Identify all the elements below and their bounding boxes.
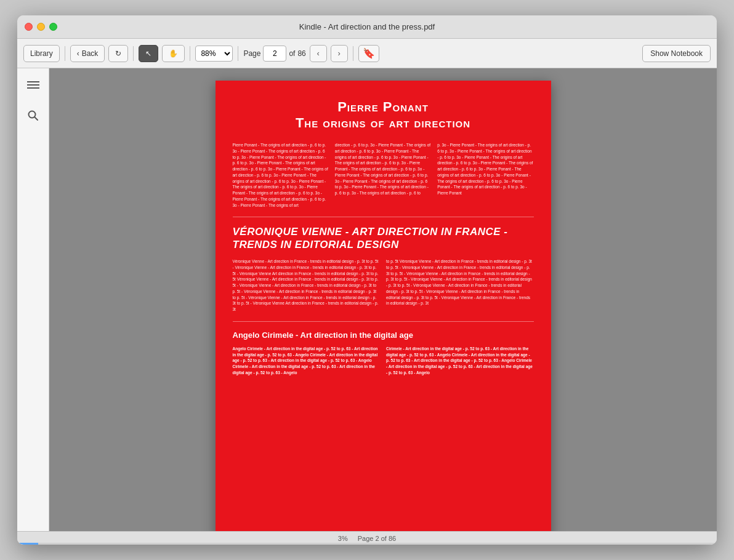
document-area[interactable]: Pierre Ponant The origins of art directi… — [49, 68, 717, 531]
of-label: of — [289, 49, 295, 58]
main-area: Pierre Ponant The origins of art directi… — [17, 68, 717, 531]
titlebar: Kindle - Art direction and the press.pdf — [17, 15, 717, 39]
close-button[interactable] — [25, 23, 33, 31]
scroll-progress — [17, 543, 38, 545]
refresh-button[interactable]: ↻ — [108, 45, 128, 62]
hand-tool-button[interactable]: ✋ — [162, 45, 185, 62]
back-button[interactable]: ‹ Back — [70, 45, 105, 62]
pierre-body: Pierre Ponant - The origins of art direc… — [233, 142, 534, 208]
section-veronique: VÉRONIQUE VIENNE - ART DIRECTION IN FRAN… — [233, 226, 534, 313]
search-icon[interactable] — [24, 106, 42, 125]
section-pierre: Pierre Ponant The origins of art directi… — [233, 99, 534, 131]
pierre-subtitle: The origins of art direction — [233, 115, 534, 131]
page-label: Page — [243, 49, 260, 58]
svg-line-4 — [34, 117, 38, 120]
minimize-button[interactable] — [37, 23, 45, 31]
pierre-col-2: direction - p. 6 to p. 3o - Pierre Ponan… — [335, 142, 431, 208]
prev-page-button[interactable]: ‹ — [310, 45, 327, 62]
toolbar: Library ‹ Back ↻ ↖ ✋ 50%75%88%100%125%15… — [17, 39, 717, 68]
angelo-col-1: Angelo Cirimele - Art direction in the d… — [233, 346, 381, 376]
section-angelo: Angelo Cirimele - Art direction in the d… — [233, 330, 534, 376]
page-control: Page 2 of 86 — [243, 46, 305, 62]
veronique-col-2: to p. 5t Véronique Vienne - Art directio… — [386, 258, 534, 313]
status-page-info: Page 2 of 86 — [358, 535, 396, 542]
maximize-button[interactable] — [49, 23, 57, 31]
angelo-body: Angelo Cirimele - Art direction in the d… — [233, 346, 534, 376]
window-title: Kindle - Art direction and the press.pdf — [299, 22, 435, 31]
pierre-col-3: p. 3o - Pierre Ponant - The origins of a… — [437, 142, 533, 208]
pierre-col-1: Pierre Ponant - The origins of art direc… — [233, 142, 329, 208]
separator-3 — [190, 46, 190, 61]
cursor-tool-button[interactable]: ↖ — [139, 45, 158, 62]
separator-1 — [65, 46, 65, 61]
bookmark-button[interactable]: 🔖 — [358, 45, 379, 62]
next-page-button[interactable]: › — [331, 45, 348, 62]
separator-2 — [133, 46, 134, 61]
angelo-title: Angelo Cirimele - Art direction in the d… — [233, 330, 534, 340]
scroll-indicator — [17, 543, 717, 545]
svg-rect-0 — [27, 81, 39, 82]
veronique-title: VÉRONIQUE VIENNE - ART DIRECTION IN FRAN… — [233, 226, 534, 251]
library-button[interactable]: Library — [23, 45, 60, 62]
traffic-lights — [25, 23, 57, 31]
page-total: 86 — [297, 49, 305, 58]
divider-1 — [233, 217, 534, 217]
zoom-select[interactable]: 50%75%88%100%125%150%200% — [195, 46, 233, 62]
angelo-col-2: Cirimele - Art direction in the digital … — [386, 346, 534, 376]
show-notebook-button[interactable]: Show Notebook — [642, 45, 711, 62]
divider-2 — [233, 321, 534, 322]
separator-4 — [238, 46, 238, 61]
pdf-page: Pierre Ponant The origins of art directi… — [216, 81, 551, 531]
separator-5 — [353, 46, 353, 61]
cursor-icon: ↖ — [145, 49, 151, 58]
refresh-icon: ↻ — [115, 49, 121, 58]
statusbar: 3% Page 2 of 86 — [17, 531, 717, 545]
sidebar — [17, 68, 49, 531]
hand-icon: ✋ — [169, 49, 178, 58]
veronique-body: Véronique Vienne - Art direction in Fran… — [233, 258, 534, 313]
svg-rect-2 — [27, 87, 39, 89]
bookmark-icon: 🔖 — [363, 47, 375, 59]
veronique-col-1: Véronique Vienne - Art direction in Fran… — [233, 258, 381, 313]
back-chevron-icon: ‹ — [77, 49, 79, 58]
toc-icon[interactable] — [24, 77, 42, 95]
svg-rect-1 — [27, 84, 39, 86]
pierre-name: Pierre Ponant — [233, 99, 534, 115]
page-number-input[interactable]: 2 — [263, 46, 286, 62]
status-progress: 3% — [338, 535, 348, 542]
